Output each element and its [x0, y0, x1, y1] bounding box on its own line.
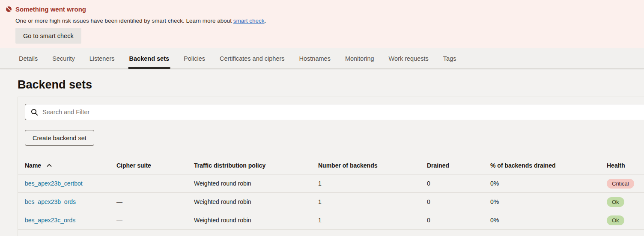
column-header-cipher-suite: Cipher suite [116, 162, 194, 169]
drained-value: 0 [427, 198, 490, 205]
tab-hostnames[interactable]: Hostnames [299, 48, 331, 68]
banner-message: One or more high risk issues have been i… [15, 18, 644, 24]
backend-sets-panel: Create backend set Name Cipher suite Tra… [18, 97, 644, 236]
blocked-icon [6, 6, 12, 12]
column-header-pct-drained: % of backends drained [490, 162, 607, 169]
traffic-policy-value: Weighted round robin [194, 198, 318, 205]
pct-drained-value: 0% [490, 198, 607, 205]
page-title: Backend sets [18, 78, 644, 91]
tab-certificates-and-ciphers[interactable]: Certificates and ciphers [220, 48, 285, 68]
cipher-suite-value: — [116, 217, 194, 224]
tab-listeners[interactable]: Listeners [89, 48, 115, 68]
search-icon [31, 109, 38, 116]
cipher-suite-value: — [116, 198, 194, 205]
tab-policies[interactable]: Policies [184, 48, 205, 68]
oci-console-screen: Something went wrong One or more high ri… [0, 0, 644, 236]
tab-work-requests[interactable]: Work requests [389, 48, 429, 68]
drained-value: 0 [427, 180, 490, 187]
table-row: bes_apex23b_certbot — Weighted round rob… [18, 174, 644, 193]
tab-details[interactable]: Details [19, 48, 38, 68]
column-header-traffic-policy: Traffic distribution policy [194, 162, 318, 169]
table-row: bes_apex23b_ords — Weighted round robin … [18, 193, 644, 211]
backend-set-link[interactable]: bes_apex23c_ords [25, 217, 75, 224]
search-input[interactable] [38, 108, 644, 116]
number-of-backends-value: 1 [318, 198, 427, 205]
tab-security[interactable]: Security [52, 48, 75, 68]
tab-backend-sets[interactable]: Backend sets [129, 48, 170, 68]
go-to-smart-check-button[interactable]: Go to smart check [15, 28, 81, 44]
health-status-badge: Critical [607, 179, 634, 189]
backend-sets-table: Name Cipher suite Traffic distribution p… [18, 156, 644, 230]
pct-drained-value: 0% [490, 180, 607, 187]
column-header-name-label: Name [25, 162, 41, 169]
drained-value: 0 [427, 217, 490, 224]
health-status-badge: Ok [607, 215, 624, 225]
column-header-name[interactable]: Name [18, 162, 116, 169]
backend-set-link[interactable]: bes_apex23b_ords [25, 198, 76, 205]
error-banner: Something went wrong One or more high ri… [0, 0, 644, 48]
table-header-row: Name Cipher suite Traffic distribution p… [18, 156, 644, 174]
column-header-drained: Drained [427, 162, 490, 169]
pct-drained-value: 0% [490, 217, 607, 224]
column-header-health: Health [607, 162, 644, 169]
search-box[interactable] [25, 104, 644, 120]
banner-message-period: . [265, 18, 266, 24]
table-row: bes_apex23c_ords — Weighted round robin … [18, 211, 644, 230]
number-of-backends-value: 1 [318, 217, 427, 224]
banner-title: Something went wrong [15, 6, 644, 13]
create-backend-set-button[interactable]: Create backend set [25, 130, 94, 146]
chevron-up-icon [47, 163, 52, 167]
smart-check-link[interactable]: smart check [233, 18, 265, 24]
traffic-policy-value: Weighted round robin [194, 217, 318, 224]
banner-message-text: One or more high risk issues have been i… [15, 18, 233, 24]
traffic-policy-value: Weighted round robin [194, 180, 318, 187]
tab-bar: Details Security Listeners Backend sets … [0, 48, 644, 69]
cipher-suite-value: — [116, 180, 194, 187]
number-of-backends-value: 1 [318, 180, 427, 187]
backend-set-link[interactable]: bes_apex23b_certbot [25, 180, 83, 187]
tab-monitoring[interactable]: Monitoring [345, 48, 374, 68]
health-status-badge: Ok [607, 197, 624, 207]
column-header-number-of-backends: Number of backends [318, 162, 427, 169]
tab-tags[interactable]: Tags [443, 48, 456, 68]
main-content: Backend sets Create backend set Name [0, 78, 644, 236]
